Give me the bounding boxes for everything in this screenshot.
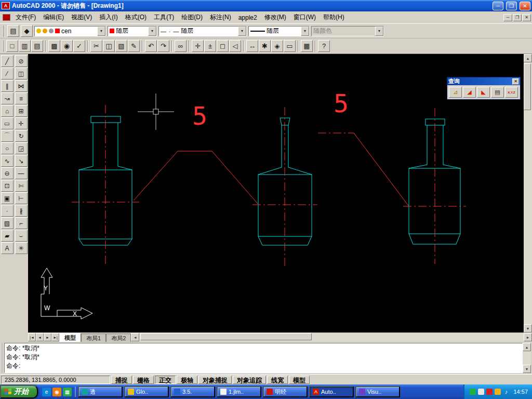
vertical-scrollbar[interactable]: ▲ ▼ — [524, 54, 532, 332]
mass-properties-button[interactable]: ◣ — [477, 87, 490, 98]
lineweight-toggle[interactable]: 线宽 — [267, 376, 288, 384]
command-window-grip[interactable] — [1, 343, 3, 373]
dimension-label-2[interactable]: 5 — [334, 89, 349, 118]
horizontal-scrollbar[interactable]: ◄ ► — [131, 333, 532, 341]
polar-toggle[interactable]: 极轴 — [177, 376, 197, 384]
ortho-toggle[interactable]: 正交 — [155, 376, 176, 384]
scale-tool[interactable]: ◲ — [15, 142, 28, 154]
stretch-tool[interactable]: ↘ — [15, 155, 28, 167]
spline-tool[interactable]: ∿ — [1, 155, 14, 167]
spelling-button[interactable]: ✓ — [73, 40, 85, 52]
osnap-toggle[interactable]: 对象捕捉 — [198, 376, 232, 384]
taskbar-clock[interactable]: 14:57 — [513, 389, 528, 395]
rotate-tool[interactable]: ↻ — [15, 130, 28, 142]
color-control-combo[interactable]: 随层 ▼ — [108, 26, 157, 36]
model-toggle[interactable]: 模型 — [289, 376, 310, 384]
horizontal-scroll-track[interactable] — [139, 333, 524, 341]
toolbars-button[interactable]: ▦ — [301, 40, 313, 52]
menu-window[interactable]: 窗口(W) — [290, 11, 320, 23]
scroll-left-icon[interactable]: ◄ — [131, 333, 139, 341]
line-tool[interactable]: ╱ — [1, 55, 14, 67]
tab-layout1[interactable]: 布局1 — [81, 334, 106, 342]
linetype-control-combo[interactable]: — ∙ — 随层 ▼ — [158, 26, 247, 36]
region-tool[interactable]: ▰ — [1, 230, 14, 242]
new-button[interactable]: □ — [6, 40, 18, 52]
chevron-down-icon[interactable]: ▼ — [148, 26, 156, 36]
hatch-tool[interactable]: ▨ — [1, 217, 14, 229]
task-button-visu[interactable]: Visu.. — [355, 386, 400, 397]
help-button[interactable]: ? — [318, 40, 330, 52]
command-scroll-track[interactable] — [523, 351, 531, 365]
tray-input-method-icon[interactable] — [478, 389, 484, 395]
tab-next-icon[interactable]: ► — [44, 333, 51, 341]
task-button-1jlm[interactable]: 1.jlm.. — [217, 386, 261, 397]
area-button[interactable]: ◢ — [463, 87, 476, 98]
media-player-icon[interactable]: ◉ — [52, 388, 61, 396]
print-preview-button[interactable]: ◉ — [61, 40, 73, 52]
construction-line-tool[interactable]: ⁄ — [1, 68, 14, 79]
task-button-glo[interactable]: Glo.. — [124, 386, 169, 397]
tray-app-icon[interactable] — [486, 389, 493, 395]
redo-button[interactable]: ↷ — [157, 40, 169, 52]
command-window[interactable]: 命令: *取消* 命令: *取消* 命令: ▲ ▼ — [0, 342, 532, 374]
polygon-tool[interactable]: ⌂ — [1, 105, 14, 117]
command-scrollbar[interactable]: ▲ ▼ — [523, 343, 531, 373]
restore-button[interactable]: ❐ — [506, 2, 517, 10]
minimize-button[interactable]: ─ — [493, 2, 503, 10]
close-icon[interactable]: ✕ — [512, 78, 519, 85]
centerlines[interactable] — [72, 105, 466, 266]
insert-block-tool[interactable]: ⊡ — [1, 180, 14, 192]
distance-button[interactable]: ⊿ — [449, 87, 462, 98]
scroll-down-icon[interactable]: ▼ — [524, 324, 532, 332]
print-button[interactable]: ▩ — [48, 40, 60, 52]
chevron-down-icon[interactable]: ▼ — [97, 26, 105, 36]
task-button-mingjing[interactable]: 明经 — [263, 386, 308, 397]
start-button[interactable]: 开始 — [0, 385, 38, 398]
make-block-tool[interactable]: ▣ — [1, 192, 14, 204]
mdi-restore-button[interactable]: ❐ — [513, 14, 522, 21]
point-tool[interactable]: · — [1, 205, 14, 217]
zoom-previous-button[interactable]: ◁ — [229, 40, 241, 52]
named-views-button[interactable]: ▭ — [284, 40, 296, 52]
tray-antivirus-icon[interactable] — [470, 389, 476, 395]
menu-edit[interactable]: 编辑(E) — [39, 11, 68, 23]
extend-tool[interactable]: ⊢ — [15, 192, 28, 204]
circle-tool[interactable]: ○ — [1, 142, 14, 154]
menu-insert[interactable]: 插入(I) — [96, 11, 121, 23]
locate-point-button[interactable]: X,Y,Z — [505, 87, 518, 98]
zoom-window-button[interactable]: ◻ — [217, 40, 229, 52]
tray-update-icon[interactable] — [495, 389, 501, 395]
grid-toggle[interactable]: 栅格 — [133, 376, 154, 384]
tab-first-icon[interactable]: |◄ — [28, 333, 36, 341]
drawing-window-icon[interactable] — [3, 14, 10, 21]
menu-dimension[interactable]: 标注(N) — [206, 11, 235, 23]
move-tool[interactable]: ✛ — [15, 117, 28, 129]
ellipse-tool[interactable]: ⊖ — [1, 167, 14, 179]
menu-help[interactable]: 帮助(H) — [320, 11, 348, 23]
menu-modify[interactable]: 修改(M) — [261, 11, 290, 23]
chevron-down-icon[interactable]: ▼ — [238, 26, 246, 36]
ie-icon[interactable]: e — [42, 388, 51, 396]
task-button-autocad[interactable]: A Auto.. — [309, 386, 354, 397]
scroll-down-icon[interactable]: ▼ — [523, 365, 531, 373]
layers-button[interactable]: ◆ — [21, 25, 33, 37]
rectangle-tool[interactable]: ▭ — [1, 117, 14, 129]
menu-view[interactable]: 视图(V) — [68, 11, 96, 23]
make-object-layer-current-button[interactable]: ▤ — [7, 25, 19, 37]
menu-format[interactable]: 格式(O) — [122, 11, 150, 23]
lengthen-tool[interactable]: — — [15, 167, 28, 179]
list-button[interactable]: ▤ — [491, 87, 504, 98]
offset-tool[interactable]: ≡ — [15, 92, 28, 104]
explode-tool[interactable]: ✳ — [15, 242, 28, 254]
menu-apple2[interactable]: apple2 — [235, 12, 261, 23]
toolbar-grip[interactable] — [3, 25, 5, 37]
scroll-right-icon[interactable]: ► — [524, 333, 532, 341]
polyline-tool[interactable]: ↝ — [1, 92, 14, 104]
inquiry-titlebar[interactable]: 查询 ✕ — [447, 77, 520, 85]
task-button-tou[interactable]: 透 — [78, 386, 123, 397]
dimension-label-1[interactable]: 5 — [192, 101, 207, 130]
array-tool[interactable]: ⊞ — [15, 105, 28, 117]
tab-last-icon[interactable]: ►| — [51, 333, 59, 341]
leader-lines[interactable] — [134, 133, 409, 206]
tab-model[interactable]: 模型 — [59, 333, 81, 342]
